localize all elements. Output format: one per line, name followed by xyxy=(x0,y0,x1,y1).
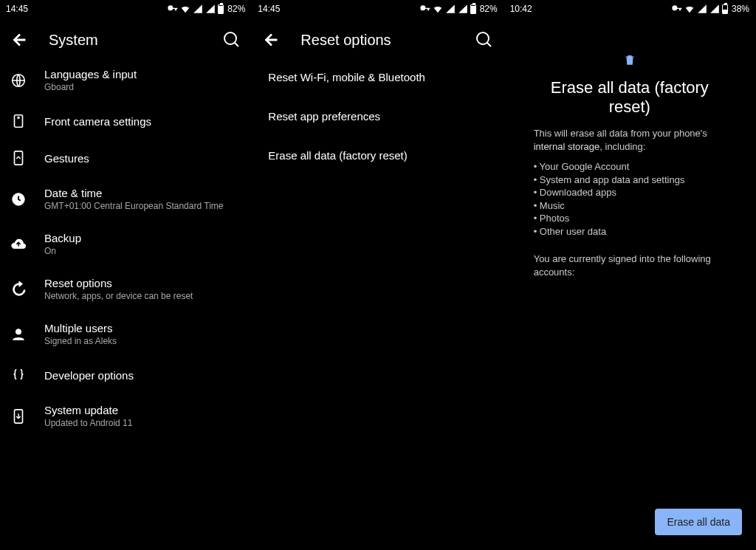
gestures-item[interactable]: Gestures xyxy=(0,140,251,176)
signal-icon xyxy=(445,4,456,14)
battery-percent: 82% xyxy=(227,4,245,14)
signal2-icon xyxy=(709,4,720,14)
item-title: Date & time xyxy=(44,187,223,199)
bullet: Other user data xyxy=(534,225,726,238)
status-indicators: 82% xyxy=(420,4,498,14)
page-title: Reset options xyxy=(300,32,454,49)
erase-content: Erase all data (factory reset) This will… xyxy=(504,18,755,509)
app-bar: System xyxy=(0,18,251,58)
reset-options-list: Reset Wi-Fi, mobile & Bluetooth Reset ap… xyxy=(252,58,503,175)
front-camera-icon xyxy=(10,113,27,129)
gestures-icon xyxy=(10,150,27,166)
status-bar: 14:45 82% xyxy=(0,0,251,18)
screen-system: 14:45 82% System xyxy=(0,0,252,550)
status-indicators: 82% xyxy=(168,4,245,14)
bullet: Photos xyxy=(534,212,726,225)
status-time: 14:45 xyxy=(258,4,280,14)
erase-intro: This will erase all data from your phone… xyxy=(534,127,726,153)
signal2-icon xyxy=(205,4,216,14)
item-subtitle: Gboard xyxy=(44,82,137,92)
vpn-key-icon xyxy=(168,4,178,14)
front-camera-item[interactable]: Front camera settings xyxy=(0,103,251,140)
screen-erase-all-data: 10:42 38% Erase all data (factory reset) xyxy=(504,0,756,550)
page-title: System xyxy=(49,32,202,49)
battery-percent: 82% xyxy=(480,4,498,14)
braces-icon xyxy=(10,367,27,383)
developer-options-item[interactable]: Developer options xyxy=(0,357,251,393)
bullet: Your Google Account xyxy=(534,160,726,173)
signal2-icon xyxy=(458,4,468,14)
bullet: System and app data and settings xyxy=(534,173,726,187)
item-subtitle: GMT+01:00 Central European Standard Time xyxy=(44,201,223,211)
back-button[interactable] xyxy=(262,31,280,49)
trash-icon xyxy=(623,52,636,68)
signal-icon xyxy=(193,4,203,14)
system-settings-list: Languages & input Gboard Front camera se… xyxy=(0,58,251,439)
screen-reset-options: 14:45 82% Reset options Reset xyxy=(252,0,504,550)
accounts-note: You are currently signed into the follow… xyxy=(534,252,726,278)
vpn-key-icon xyxy=(420,4,430,14)
wifi-icon xyxy=(684,4,695,14)
search-button[interactable] xyxy=(475,31,493,49)
multiple-users-item[interactable]: Multiple users Signed in as Aleks xyxy=(0,312,251,357)
svg-rect-3 xyxy=(15,151,23,165)
item-title: Front camera settings xyxy=(44,115,151,128)
item-subtitle: Signed in as Aleks xyxy=(44,336,117,346)
battery-icon xyxy=(470,4,476,14)
battery-percent: 38% xyxy=(732,4,749,14)
erase-all-data-button[interactable]: Erase all data xyxy=(655,509,742,535)
erase-footer: Erase all data xyxy=(504,509,755,550)
item-title: Backup xyxy=(44,232,81,244)
wifi-icon xyxy=(180,4,190,14)
svg-point-2 xyxy=(18,117,20,119)
languages-input-item[interactable]: Languages & input Gboard xyxy=(0,58,251,103)
item-title: System update xyxy=(44,404,132,416)
reset-options-item[interactable]: Reset options Network, apps, or device c… xyxy=(0,267,251,312)
reset-app-prefs-item[interactable]: Reset app preferences xyxy=(252,97,503,136)
cloud-upload-icon xyxy=(10,236,27,252)
item-subtitle: Updated to Android 11 xyxy=(44,418,132,428)
status-bar: 14:45 82% xyxy=(252,0,503,18)
wifi-icon xyxy=(433,4,443,14)
svg-point-5 xyxy=(16,329,21,334)
reset-wifi-item[interactable]: Reset Wi-Fi, mobile & Bluetooth xyxy=(252,58,503,97)
status-bar: 10:42 38% xyxy=(504,0,755,18)
item-title: Reset options xyxy=(44,277,193,289)
battery-icon xyxy=(722,4,728,14)
backup-item[interactable]: Backup On xyxy=(0,221,251,267)
item-title: Gestures xyxy=(44,152,89,165)
app-bar: Reset options xyxy=(252,18,503,58)
item-subtitle: Network, apps, or device can be reset xyxy=(44,291,193,301)
system-update-item[interactable]: System update Updated to Android 11 xyxy=(0,393,251,439)
person-icon xyxy=(10,326,27,343)
system-update-icon xyxy=(10,408,27,424)
status-time: 14:45 xyxy=(6,4,28,14)
item-title: Developer options xyxy=(44,369,134,382)
bullet: Music xyxy=(534,199,726,213)
restore-icon xyxy=(10,281,27,298)
battery-icon xyxy=(218,4,224,14)
erase-title: Erase all data (factory reset) xyxy=(534,78,726,117)
status-time: 10:42 xyxy=(510,4,532,14)
erase-bullets: Your Google Account System and app data … xyxy=(534,160,726,238)
item-title: Languages & input xyxy=(44,68,137,80)
item-subtitle: On xyxy=(44,246,81,256)
item-title: Multiple users xyxy=(44,322,117,334)
search-button[interactable] xyxy=(223,31,241,49)
erase-body: This will erase all data from your phone… xyxy=(534,127,726,278)
date-time-item[interactable]: Date & time GMT+01:00 Central European S… xyxy=(0,176,251,221)
vpn-key-icon xyxy=(672,4,682,14)
clock-icon xyxy=(10,191,27,207)
erase-all-data-item[interactable]: Erase all data (factory reset) xyxy=(252,136,503,175)
back-button[interactable] xyxy=(10,31,28,49)
status-indicators: 38% xyxy=(672,4,749,14)
signal-icon xyxy=(697,4,707,14)
bullet: Downloaded apps xyxy=(534,186,726,199)
globe-icon xyxy=(10,72,27,89)
